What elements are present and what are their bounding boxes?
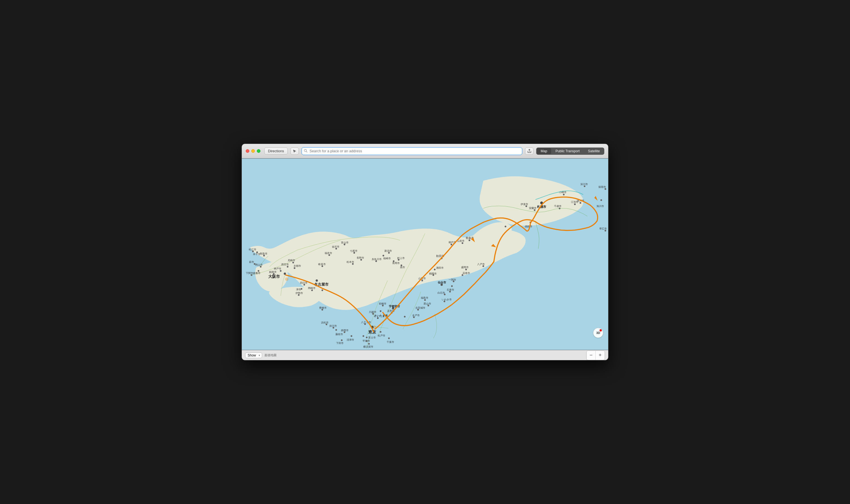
svg-point-5 xyxy=(287,266,288,268)
svg-text:帯広市: 帯広市 xyxy=(599,227,607,230)
svg-text:津市: 津市 xyxy=(296,288,301,291)
svg-text:白石市: 白石市 xyxy=(438,291,445,294)
location-arrow-button[interactable] xyxy=(290,147,299,155)
svg-text:一関市: 一関市 xyxy=(449,278,456,281)
svg-point-19 xyxy=(441,284,443,286)
svg-text:旭川市: 旭川市 xyxy=(597,205,604,208)
svg-text:八王子市: 八王子市 xyxy=(361,321,371,324)
svg-text:長岡市: 長岡市 xyxy=(392,262,400,265)
zoom-in-button[interactable]: + xyxy=(596,351,605,360)
svg-point-62 xyxy=(450,244,452,245)
minimize-button[interactable] xyxy=(251,149,255,153)
svg-point-162 xyxy=(380,310,382,312)
svg-text:新潟市: 新潟市 xyxy=(385,250,392,252)
svg-text:松戸市: 松戸市 xyxy=(378,334,385,337)
svg-text:下田市: 下田市 xyxy=(336,342,343,344)
directions-button[interactable]: Directions xyxy=(264,147,288,155)
svg-text:富山市: 富山市 xyxy=(341,241,349,244)
svg-text:深川市: 深川市 xyxy=(580,183,588,185)
close-button[interactable] xyxy=(246,149,249,153)
svg-text:村上市: 村上市 xyxy=(397,257,405,259)
svg-text:浜松市: 浜松市 xyxy=(321,321,329,324)
attribution-label: 嘉德地圖 xyxy=(264,353,277,357)
svg-text:千葉市: 千葉市 xyxy=(387,341,394,343)
svg-text:金沢市: 金沢市 xyxy=(332,245,340,248)
svg-point-177 xyxy=(373,326,376,329)
svg-point-171 xyxy=(362,335,364,337)
svg-text:北茨城市: 北茨城市 xyxy=(415,306,425,309)
svg-text:松江市: 松江市 xyxy=(249,248,256,251)
svg-text:郡山市: 郡山市 xyxy=(424,302,431,305)
svg-text:前橋市: 前橋市 xyxy=(379,302,386,305)
svg-text:松本市: 松本市 xyxy=(347,260,354,264)
svg-text:神戸市: 神戸市 xyxy=(274,267,281,270)
svg-point-92 xyxy=(366,337,368,338)
svg-text:糸魚川市: 糸魚川市 xyxy=(372,258,382,260)
svg-text:花巻市: 花巻市 xyxy=(462,272,470,274)
svg-point-29 xyxy=(462,242,463,244)
map-area[interactable]: 神戸市 西宮市 尼崎市 大阪市 京都市 名古屋市 東京 さいたま市 仙台市 xyxy=(242,158,608,350)
svg-text:岡崎市: 岡崎市 xyxy=(308,287,316,289)
svg-point-27 xyxy=(468,239,470,241)
svg-text:福井市: 福井市 xyxy=(325,252,332,254)
svg-text:盛岡市: 盛岡市 xyxy=(461,266,468,269)
fullscreen-button[interactable] xyxy=(257,149,261,153)
svg-text:函館市: 函館市 xyxy=(525,225,532,228)
map-type-transport[interactable]: Public Transport xyxy=(552,148,584,154)
svg-point-149 xyxy=(322,289,323,291)
svg-point-9 xyxy=(284,273,286,275)
svg-point-169 xyxy=(370,331,371,333)
svg-point-172 xyxy=(366,340,368,342)
zoom-out-button[interactable]: − xyxy=(587,351,596,360)
svg-text:大阪市: 大阪市 xyxy=(268,274,280,279)
svg-text:豊橋市: 豊橋市 xyxy=(319,306,326,309)
svg-point-98 xyxy=(341,340,342,341)
svg-point-3 xyxy=(280,270,282,272)
svg-text:伊達市: 伊達市 xyxy=(520,203,528,205)
svg-text:沼津市: 沼津市 xyxy=(347,338,354,341)
svg-point-47 xyxy=(580,202,581,204)
svg-text:七尾市: 七尾市 xyxy=(350,250,357,252)
svg-point-106 xyxy=(335,329,337,331)
svg-text:千歳市: 千歳市 xyxy=(554,205,562,208)
bottom-bar: Show 嘉德地圖 − + xyxy=(242,350,608,360)
svg-text:柏崎市: 柏崎市 xyxy=(383,257,391,260)
svg-text:福島市: 福島市 xyxy=(421,296,428,299)
svg-point-86 xyxy=(380,331,382,333)
svg-text:留萌市: 留萌市 xyxy=(599,185,606,188)
map-svg: 神戸市 西宮市 尼崎市 大阪市 京都市 名古屋市 東京 さいたま市 仙台市 xyxy=(242,158,608,350)
app-window: Directions Map Public Transport xyxy=(242,144,608,360)
svg-text:京都市: 京都市 xyxy=(294,265,301,267)
show-dropdown[interactable]: Show xyxy=(245,353,262,358)
svg-point-55 xyxy=(505,226,507,227)
svg-text:仙台市: 仙台市 xyxy=(438,281,446,284)
svg-point-37 xyxy=(574,203,575,205)
svg-text:石巻市: 石巻市 xyxy=(447,288,454,291)
svg-point-13 xyxy=(316,280,318,282)
svg-text:伊勢市: 伊勢市 xyxy=(296,292,303,294)
svg-text:富士市: 富士市 xyxy=(368,336,376,339)
svg-point-72 xyxy=(451,285,453,287)
svg-point-31 xyxy=(465,269,467,270)
3d-button[interactable]: 3D xyxy=(593,328,603,338)
svg-text:岐阜市: 岐阜市 xyxy=(318,263,326,266)
svg-text:四日市: 四日市 xyxy=(300,282,307,284)
svg-text:藤枝市: 藤枝市 xyxy=(336,333,343,336)
svg-point-23 xyxy=(421,280,423,282)
map-type-satellite[interactable]: Satellite xyxy=(584,148,604,154)
svg-text:室蘭市: 室蘭市 xyxy=(529,207,536,210)
svg-text:水戸市: 水戸市 xyxy=(412,314,420,317)
svg-text:尼崎市: 尼崎市 xyxy=(288,259,295,262)
titlebar: Directions Map Public Transport xyxy=(242,144,608,158)
search-input[interactable] xyxy=(302,147,522,155)
map-type-switcher: Map Public Transport Satellite xyxy=(536,147,604,155)
share-button[interactable] xyxy=(525,147,533,155)
traffic-lights xyxy=(246,149,261,153)
svg-point-88 xyxy=(388,338,390,339)
svg-point-176 xyxy=(285,277,288,281)
svg-text:横須賀市: 横須賀市 xyxy=(363,345,373,348)
svg-text:米子市: 米子市 xyxy=(253,253,261,256)
svg-text:酒田市: 酒田市 xyxy=(436,267,444,269)
svg-text:鶴岡市: 鶴岡市 xyxy=(429,272,437,275)
map-type-map[interactable]: Map xyxy=(537,148,551,154)
